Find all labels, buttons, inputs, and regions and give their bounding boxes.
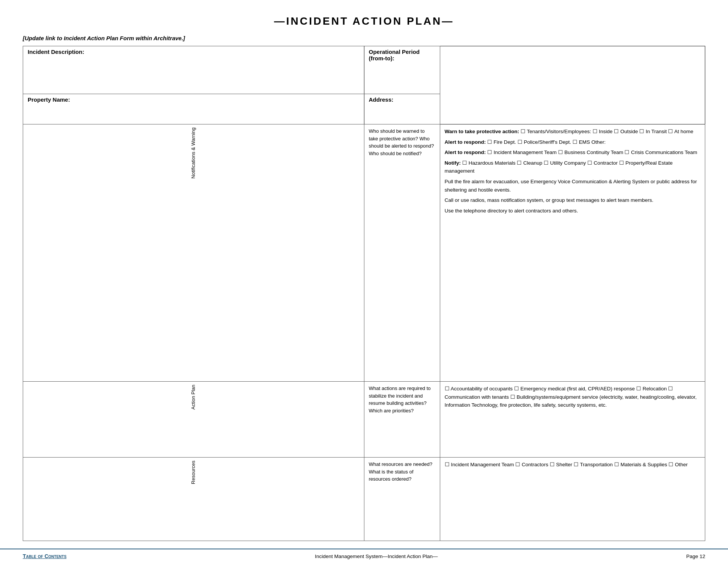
footer-center-text: Incident Management System—Incident Acti… — [315, 554, 438, 559]
action-plan-label-cell: Action Plan — [23, 382, 364, 458]
action-plan-row: Action Plan What actions are required to… — [23, 382, 705, 458]
page-title: —INCIDENT ACTION PLAN— — [23, 15, 705, 27]
resources-row: Resources What resources are needed? Wha… — [23, 458, 705, 541]
notifications-row: Notifications & Warning Who should be wa… — [23, 124, 705, 382]
property-name-cell: Property Name: — [23, 94, 364, 124]
notifications-line-7: Use the telephone directory to alert con… — [445, 207, 701, 215]
action-plan-content: ☐ Accountability of occupants ☐ Emergenc… — [440, 382, 705, 458]
address-cell: Address: — [364, 94, 440, 124]
resources-question: What resources are needed? What is the s… — [364, 458, 440, 541]
notifications-line-2: Alert to respond: ☐ Fire Dept. ☐ Police/… — [445, 138, 701, 146]
resources-content: ☐ Incident Management Team ☐ Contractors… — [440, 458, 705, 541]
resources-label-cell: Resources — [23, 458, 364, 541]
notifications-question: Who should be warned to take protective … — [364, 124, 440, 382]
property-row: Property Name: Address: — [23, 94, 705, 124]
resources-text: ☐ Incident Management Team ☐ Contractors… — [445, 461, 701, 469]
notifications-rotated-label: Notifications & Warning — [190, 127, 197, 179]
footer-page-number: Page 12 — [686, 554, 705, 559]
header-row: Incident Description: Operational Period… — [23, 46, 705, 94]
main-table: Incident Description: Operational Period… — [23, 46, 705, 541]
incident-description-header: Incident Description: — [23, 46, 364, 94]
page-footer: Table of Contents Incident Management Sy… — [0, 549, 728, 563]
subtitle: [Update link to Incident Action Plan For… — [23, 35, 705, 41]
footer-toc-link[interactable]: Table of Contents — [23, 553, 66, 559]
notifications-content: Warn to take protective action: ☐ Tenant… — [440, 124, 705, 382]
action-plan-question: What actions are required to stabilize t… — [364, 382, 440, 458]
notifications-line-1: Warn to take protective action: ☐ Tenant… — [445, 127, 701, 136]
notifications-line-5: Pull the fire alarm for evacuation, use … — [445, 178, 701, 194]
notifications-line-3: Alert to respond: ☐ Incident Management … — [445, 148, 701, 157]
resources-rotated-label: Resources — [190, 461, 197, 484]
action-plan-rotated-label: Action Plan — [190, 385, 197, 410]
operational-period-header: Operational Period (from-to): — [364, 46, 440, 94]
action-plan-text: ☐ Accountability of occupants ☐ Emergenc… — [445, 385, 701, 409]
notifications-label-cell: Notifications & Warning — [23, 124, 364, 382]
notifications-line-6: Call or use radios, mass notification sy… — [445, 196, 701, 204]
notifications-line-4: Notify: ☐ Hazardous Materials ☐ Cleanup … — [445, 159, 701, 175]
page-container: —INCIDENT ACTION PLAN— [Update link to I… — [0, 0, 728, 549]
